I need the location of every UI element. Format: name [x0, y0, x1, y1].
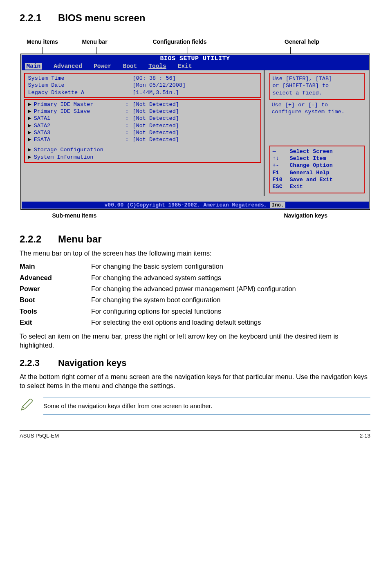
field-sata2[interactable]: SATA2 [34, 123, 51, 129]
def-desc: For changing the basic system configurat… [91, 262, 370, 271]
field-primary-ide-master[interactable]: Primary IDE Master [34, 101, 94, 108]
label-submenu-items: Sub-menu items [52, 212, 97, 219]
field-sata3[interactable]: SATA3 [34, 130, 51, 136]
note-text: Some of the navigation keys differ from … [43, 397, 370, 415]
heading-223-title: Navigation keys [58, 358, 127, 368]
navkey-label: Select Item [290, 155, 326, 162]
def-desc: For changing the advanced power manageme… [91, 285, 370, 293]
def-desc: For changing the system boot configurati… [91, 296, 370, 304]
bios-menu-advanced[interactable]: Advanced [54, 63, 82, 70]
value-sata1: [Not Detected] [133, 115, 258, 122]
help-line: select a field. [273, 90, 362, 97]
bios-title: BIOS SETUP UTILITY [22, 55, 369, 63]
bios-labels-bottom: Sub-menu items Navigation keys [20, 212, 370, 219]
help-line: Use [+] or [-] to [272, 101, 364, 108]
copyright-text: v00.00 (C)Copyright 1985-2002, American … [105, 202, 271, 208]
def-term: Power [20, 285, 91, 293]
heading-223-num: 2.2.3 [20, 358, 58, 368]
value-system-date[interactable]: [Mon 05/12/2008] [133, 82, 258, 89]
value-primary-ide-slave: [Not Detected] [133, 108, 258, 115]
label-config-fields: Configuration fields [152, 38, 206, 45]
section-222-outro: To select an item on the menu bar, press… [20, 332, 370, 350]
navkey-sym: ↔ [273, 148, 290, 155]
bios-menu-boot[interactable]: Boot [123, 63, 137, 70]
label-ticks [20, 47, 370, 54]
bios-redbox-fields-1: System Time[00: 38 : 56] System Date[Mon… [24, 73, 261, 98]
def-term: Tools [20, 307, 91, 316]
field-system-date[interactable]: System Date [28, 82, 126, 89]
submenu-arrow-icon: ▶ [28, 123, 31, 129]
heading-221-num: 2.2.1 [20, 12, 58, 24]
def-term: Exit [20, 318, 91, 327]
field-legacy-diskette[interactable]: Legacy Diskette A [28, 89, 126, 96]
value-primary-ide-master: [Not Detected] [133, 101, 258, 108]
value-sata2: [Not Detected] [133, 122, 258, 129]
value-system-time[interactable]: [00: 38 : 56] [133, 75, 258, 82]
label-general-help: General help [285, 38, 319, 45]
navkey-label: Select Screen [290, 148, 333, 155]
section-222-intro: The menu bar on top of the screen has th… [20, 249, 370, 258]
bios-help-block-2: Use [+] or [-] to configure system time. [272, 101, 364, 115]
bios-screenshot: BIOS SETUP UTILITY Main Advanced Power B… [20, 54, 370, 210]
value-legacy-diskette[interactable]: [1.44M,3.5in.] [133, 89, 258, 96]
bios-menu-tools[interactable]: Tools [148, 63, 166, 70]
field-esata[interactable]: ESATA [34, 137, 51, 143]
submenu-arrow-icon: ▶ [28, 154, 31, 160]
submenu-arrow-icon: ▶ [28, 115, 31, 121]
def-term: Main [20, 262, 91, 271]
submenu-storage-config[interactable]: Storage Configuration [34, 147, 103, 153]
value-esata: [Not Detected] [133, 136, 258, 143]
page-footer: ASUS P5QL-EM 2-13 [20, 430, 370, 439]
submenu-arrow-icon: ▶ [28, 108, 31, 114]
submenu-arrow-icon: ▶ [28, 130, 31, 136]
bios-copyright: v00.00 (C)Copyright 1985-2002, American … [22, 202, 369, 209]
navkey-label: Save and Exit [290, 176, 333, 183]
heading-221-title: BIOS menu screen [58, 12, 145, 23]
bios-navkeys-redbox: ↔Select Screen ↑↓Select Item +-Change Op… [269, 146, 365, 194]
label-menu-bar: Menu bar [82, 38, 107, 45]
label-menu-items: Menu items [27, 38, 58, 45]
def-term: Advanced [20, 274, 91, 282]
submenu-system-info[interactable]: System Information [34, 154, 94, 160]
help-line: or [SHIFT-TAB] to [273, 82, 362, 89]
submenu-arrow-icon: ▶ [28, 147, 31, 153]
field-primary-ide-slave[interactable]: Primary IDE Slave [34, 108, 90, 114]
menu-bar-definitions: MainFor changing the basic system config… [20, 262, 370, 327]
def-desc: For selecting the exit options and loadi… [91, 318, 370, 327]
heading-222: 2.2.2Menu bar [20, 233, 370, 245]
submenu-arrow-icon: ▶ [28, 137, 31, 143]
navkey-sym: ↑↓ [273, 155, 290, 162]
help-line: Use [ENTER], [TAB] [273, 75, 362, 82]
help-line: configure system time. [272, 108, 364, 115]
heading-221: 2.2.1BIOS menu screen [20, 12, 370, 24]
footer-left: ASUS P5QL-EM [20, 433, 59, 439]
navkey-sym: F10 [273, 176, 290, 183]
heading-223: 2.2.3Navigation keys [20, 358, 370, 368]
def-desc: For configuring options for special func… [91, 307, 370, 316]
def-term: Boot [20, 296, 91, 304]
label-navigation-keys: Navigation keys [284, 212, 327, 219]
bios-menu-exit[interactable]: Exit [178, 63, 192, 70]
bios-help-redbox-1: Use [ENTER], [TAB] or [SHIFT-TAB] to sel… [269, 73, 365, 100]
section-223-body: At the bottom right corner of a menu scr… [20, 373, 370, 391]
field-sata1[interactable]: SATA1 [34, 115, 51, 121]
navkey-sym: +- [273, 162, 290, 169]
heading-222-num: 2.2.2 [20, 233, 58, 245]
navkey-sym: ESC [273, 183, 290, 190]
navkey-label: Exit [290, 183, 303, 190]
footer-right: 2-13 [360, 433, 370, 439]
bios-redbox-fields-2: ▶Primary IDE Master:[Not Detected] ▶Prim… [24, 99, 261, 163]
heading-222-title: Menu bar [58, 233, 102, 245]
bios-menubar: Main Advanced Power Boot Tools Exit [22, 63, 369, 70]
field-system-time[interactable]: System Time [28, 75, 126, 82]
navkey-label: General Help [290, 169, 329, 176]
def-desc: For changing the advanced system setting… [91, 274, 370, 282]
navkey-sym: F1 [273, 169, 290, 176]
note-block: Some of the navigation keys differ from … [20, 397, 370, 415]
bios-menu-main[interactable]: Main [25, 63, 43, 70]
pencil-icon [20, 398, 34, 413]
bios-labels-top: Menu items Menu bar Configuration fields… [20, 38, 370, 46]
bios-menu-power[interactable]: Power [94, 63, 112, 70]
navkey-label: Change Option [290, 162, 333, 169]
submenu-arrow-icon: ▶ [28, 101, 31, 108]
